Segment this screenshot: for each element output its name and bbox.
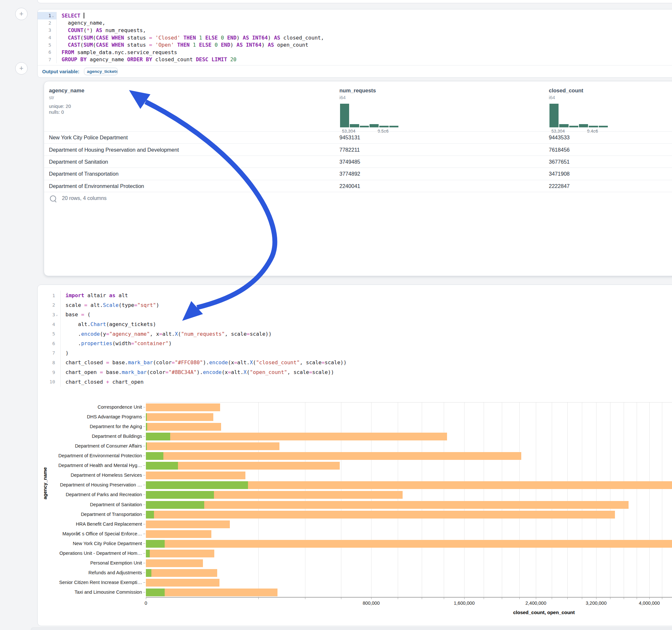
line-number: 5⌄ [38,329,60,339]
code-line[interactable]: 4⌄ CAST(SUM(CASE WHEN status = 'Closed' … [38,34,672,42]
add-cell-button[interactable]: + [15,8,28,20]
code-line[interactable]: 3⌄base = ( [38,310,672,319]
histogram-bar [369,124,379,127]
table-cell: 9443533 [549,131,570,144]
code-line[interactable]: 7⌄) [38,348,672,358]
bar-open [146,481,248,489]
code-line[interactable]: 3⌄ COUNT(*) AS num_requests, [38,27,672,34]
x-axis-tick [305,597,305,599]
line-number: 8⌄ [38,358,60,367]
line-number: 4⌄ [38,319,60,329]
column-type: i64 [339,95,376,100]
y-axis-label: Department for the Aging [38,421,142,431]
histogram-bar [379,126,388,127]
y-axis-tick [143,475,145,476]
histogram-bar [579,124,588,127]
code-line[interactable]: 6⌄ .properties(width="container") [38,339,672,348]
python-code-editor[interactable]: 1⌄import altair as alt2⌄scale = alt.Scal… [38,291,672,387]
bar-open [146,413,147,421]
x-axis-line [146,597,672,598]
table-cell: 3774892 [339,168,360,180]
fold-chevron-icon[interactable]: ⌄ [52,14,55,18]
table-cell: Department of Sanitation [49,156,108,168]
y-axis-tick [143,407,145,407]
y-axis-label: Department of Parks and Recreation [38,490,142,500]
bar-chart: agency_name Correspondence UnitDHS Advan… [38,395,672,622]
histogram-bar [389,126,399,127]
sql-cell[interactable]: 1⌄SELECT 2⌄ agency_name,3⌄ COUNT(*) AS n… [37,9,672,78]
gridline [596,403,597,597]
code-line[interactable]: 2⌄ agency_name, [38,20,672,27]
gridline [305,403,305,597]
y-axis-label: Mayorâ€ s Office of Special Enforce… [38,529,142,539]
code-line[interactable]: 6⌄FROM sample_data.nyc.service_requests [38,49,672,56]
output-variable-pill[interactable]: agency_tickets [84,68,118,75]
bar-closed [146,501,628,509]
histogram-bar [569,126,578,127]
code-line[interactable]: 2⌄scale = alt.Scale(type="sqrt") [38,300,672,310]
line-number: 5⌄ [38,41,56,49]
y-axis-tick [143,534,145,534]
table-row: Department of Transportation377489234719… [44,168,672,180]
code-line[interactable]: 5⌄ CAST(SUM(CASE WHEN status = 'Open' TH… [38,41,672,49]
column-type: str [49,95,84,100]
code-text: base = ( [61,311,91,318]
bar-closed [146,520,230,528]
y-axis-label: DHS Advantage Programs [38,412,142,421]
y-axis-tick [143,582,145,583]
code-line[interactable]: 4⌄ alt.Chart(agency_tickets) [38,319,672,329]
code-text: chart_closed = base.mark_bar(color="#FFC… [61,359,346,366]
code-text: chart_open = base.mark_bar(color="#8BC34… [61,369,334,375]
table-cell: New York City Police Department [49,131,128,144]
x-axis-tick [398,597,398,599]
x-axis-tick [567,597,568,599]
code-line[interactable]: 10⌄chart_closed + chart_open [38,377,672,387]
x-axis-tick-label: 1,600,000 [445,601,484,606]
gridline [582,403,582,597]
code-text: FROM sample_data.nyc.service_requests [57,49,177,55]
histogram-bar [589,126,598,127]
bar-open [146,442,147,450]
column-header[interactable]: closed_counti64 [549,88,583,100]
bar-closed [146,471,245,479]
x-axis-tick [596,597,597,599]
bar-closed [146,511,615,518]
bar-closed [146,442,280,450]
line-number: 6⌄ [38,49,56,56]
code-line[interactable]: 7⌄GROUP BY agency_name ORDER BY closed_c… [38,56,672,64]
y-axis-tick [143,446,145,446]
sql-code-editor[interactable]: 1⌄SELECT 2⌄ agency_name,3⌄ COUNT(*) AS n… [38,12,672,63]
code-line[interactable]: 1⌄SELECT [38,12,672,20]
column-header[interactable]: num_requestsi64 [339,88,376,100]
search-icon[interactable] [50,195,56,201]
line-number: 7⌄ [38,56,56,64]
bar-closed [146,559,203,567]
column-header[interactable]: agency_namestr [49,88,84,100]
bar-closed [146,530,211,538]
add-cell-button[interactable]: + [15,62,28,75]
code-line[interactable]: 8⌄chart_closed = base.mark_bar(color="#F… [38,358,672,367]
code-line[interactable]: 5⌄ .encode(y="agency_name", x=alt.X("num… [38,329,672,339]
bar-open [146,452,163,460]
x-axis-tick [484,597,484,599]
y-axis-label: Correspondence Unit [38,402,142,412]
table-row: Department of Environmental Protection22… [44,180,672,192]
y-axis-label: Refunds and Adjustments [38,568,142,578]
histogram-bar [340,104,349,127]
code-text: alt.Chart(agency_tickets) [61,321,156,327]
fold-chevron-icon[interactable]: ⌄ [56,312,59,317]
y-axis-label: Department of Housing Preservation … [38,480,142,490]
table-row: New York City Police Department945313194… [44,131,672,144]
next-cell-edge [31,627,672,630]
code-line[interactable]: 1⌄import altair as alt [38,291,672,300]
column-stats: unique: 20nulls: 0 [49,103,71,115]
y-axis-label: HRA Benefit Card Replacement [38,519,142,529]
python-cell[interactable]: 1⌄import altair as alt2⌄scale = alt.Scal… [37,285,672,626]
column-histogram [549,103,608,127]
y-axis-label: Department of Homeless Services [38,470,142,480]
bar-open [146,550,150,557]
code-text: COUNT(*) AS num_requests, [57,27,146,33]
code-line[interactable]: 9⌄chart_open = base.mark_bar(color="#8BC… [38,367,672,377]
x-axis-tick [610,597,610,599]
x-axis-tick [536,597,536,599]
